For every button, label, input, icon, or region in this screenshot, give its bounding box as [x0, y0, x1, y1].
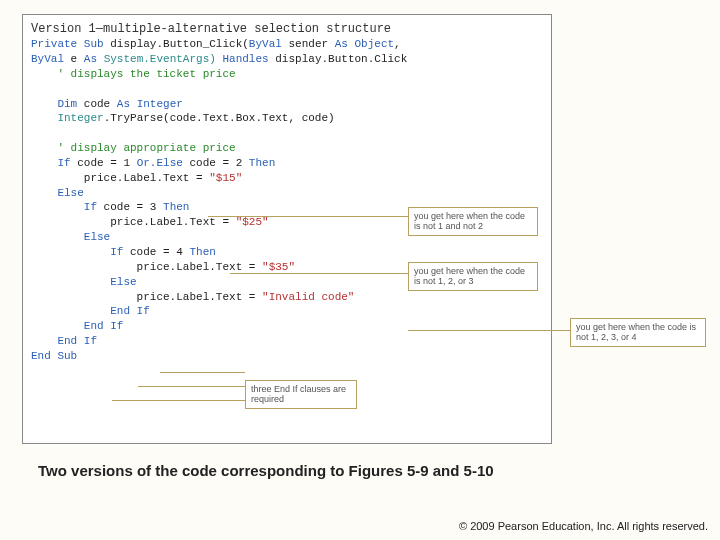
connector-line	[160, 372, 245, 373]
code-line: End If	[31, 319, 543, 334]
connector-line	[112, 400, 245, 401]
code-line: If code = 1 Or.Else code = 2 Then	[31, 156, 543, 171]
connector-line	[230, 273, 408, 274]
code-line: If code = 4 Then	[31, 245, 543, 260]
code-line: Dim code As Integer	[31, 97, 543, 112]
code-comment: ' display appropriate price	[31, 141, 543, 156]
code-comment: ' displays the ticket price	[31, 67, 543, 82]
code-line: End If	[31, 304, 543, 319]
connector-line	[208, 216, 408, 217]
figure-caption: Two versions of the code corresponding t…	[38, 462, 494, 479]
code-line: Private Sub display.Button_Click(ByVal s…	[31, 37, 543, 52]
annotation-three-endif: three End If clauses are required	[245, 380, 357, 409]
code-line: Else	[31, 186, 543, 201]
code-line: price.Label.Text = "Invalid code"	[31, 290, 543, 305]
annotation-not-1-2-3: you get here when the code is not 1, 2, …	[408, 262, 538, 291]
code-line: ByVal e As System.EventArgs) Handles dis…	[31, 52, 543, 67]
annotation-not-1-2: you get here when the code is not 1 and …	[408, 207, 538, 236]
connector-line	[408, 330, 570, 331]
code-line: price.Label.Text = "$15"	[31, 171, 543, 186]
code-line: End If	[31, 334, 543, 349]
copyright-text: © 2009 Pearson Education, Inc. All right…	[459, 520, 708, 532]
code-line: Integer.TryParse(code.Text.Box.Text, cod…	[31, 111, 543, 126]
code-line: End Sub	[31, 349, 543, 364]
version-header: Version 1—multiple-alternative selection…	[31, 21, 543, 37]
annotation-not-1-2-3-4: you get here when the code is not 1, 2, …	[570, 318, 706, 347]
connector-line	[138, 386, 245, 387]
